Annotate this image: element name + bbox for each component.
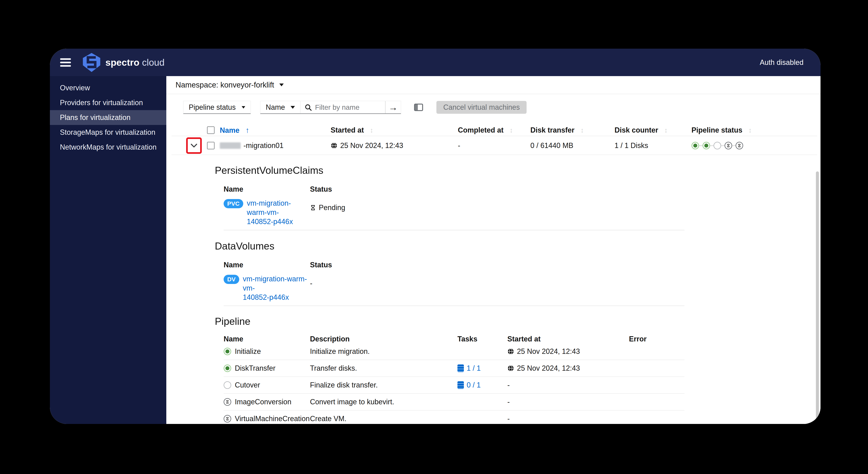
status-pending-icon <box>724 142 732 149</box>
row-checkbox[interactable] <box>207 142 215 149</box>
toolbar: Pipeline status Name <box>183 101 820 114</box>
filter-attribute-label: Name <box>266 103 285 111</box>
dv-row: DV vm-migration-warm-vm- 140852-p446x - <box>224 274 820 302</box>
pipeline-col-name: Name <box>224 335 310 343</box>
dv-col-name: Name <box>224 261 310 269</box>
pipeline-status-filter-label: Pipeline status <box>189 103 236 111</box>
brand-secondary: cloud <box>142 57 164 68</box>
step-connector <box>710 145 714 146</box>
step-connector <box>721 145 724 146</box>
pipeline-row-initialize: InitializeInitialize migration.25 Nov 20… <box>224 343 684 360</box>
status-empty-icon <box>714 142 721 149</box>
plans-table-header: Name ↑ Started at ↕ Completed at ↕ Disk … <box>166 124 820 136</box>
search-box <box>301 101 385 113</box>
dv-link[interactable]: vm-migration-warm-vm- 140852-p446x <box>243 274 310 302</box>
pvc-row: PVC vm-migration-warm-vm- 140852-p446x <box>224 199 820 226</box>
cancel-virtual-machines-button[interactable]: Cancel virtual machines <box>436 101 527 114</box>
plan-name-cell: -migration01 <box>220 141 283 150</box>
pvc-section-title: PersistentVolumeClaims <box>215 165 820 176</box>
pvc-badge: PVC <box>224 199 243 208</box>
pipeline-step-description: Create VM. <box>310 414 458 423</box>
sidebar-item-storagemaps-for-virtualization[interactable]: StorageMaps for virtualization <box>50 125 166 140</box>
pipeline-step-description: Transfer disks. <box>310 364 458 372</box>
sidebar-item-providers-for-virtualization[interactable]: Providers for virtualization <box>50 95 166 110</box>
annotation-highlight-box <box>186 137 202 154</box>
tasks-icon <box>458 381 464 389</box>
column-header-pipeline-status[interactable]: Pipeline status ↕ <box>691 126 752 134</box>
namespace-label[interactable]: Namespace: konveyor-forklift <box>176 81 274 89</box>
brand-primary: spectro <box>105 57 140 68</box>
pvc-status: Pending <box>310 199 345 217</box>
filter-attribute-select[interactable]: Name <box>260 101 301 113</box>
namespace-caret-down-icon[interactable] <box>279 83 284 86</box>
pipeline-step-name-cell: VirtualMachineCreation <box>224 414 310 423</box>
brand-logo: spectro cloud <box>83 53 164 72</box>
column-header-disk-counter[interactable]: Disk counter ↕ <box>615 126 668 134</box>
sidebar-item-overview[interactable]: Overview <box>50 80 166 95</box>
pvc-col-status: Status <box>310 185 332 194</box>
tasks-link[interactable]: 0 / 1 <box>458 381 481 389</box>
pipeline-table-body: InitializeInitialize migration.25 Nov 20… <box>224 343 684 424</box>
pipeline-step-name-cell: DiskTransfer <box>224 364 310 372</box>
pipeline-status-steps <box>691 142 743 149</box>
row-expand-toggle[interactable] <box>191 144 197 147</box>
redacted-name-prefix <box>220 142 241 149</box>
status-pending-icon <box>736 142 743 149</box>
plan-table-row: -migration01 25 Nov 2024, 12:43 - 0 / 61… <box>166 136 820 155</box>
pipeline-step-started-at: 25 Nov 2024, 12:43 <box>507 364 629 372</box>
caret-down-icon <box>242 106 245 108</box>
column-header-name[interactable]: Name ↑ <box>220 126 249 135</box>
pipeline-row-imageconversion: ImageConversionConvert image to kubevirt… <box>224 394 684 410</box>
started-at-cell: 25 Nov 2024, 12:43 <box>331 141 403 150</box>
chevron-down-icon <box>191 144 197 147</box>
dv-table: Name Status DV vm-migration-warm-vm- 140… <box>224 261 820 306</box>
plan-details-panel: PersistentVolumeClaims Name Status PVC v… <box>166 155 820 424</box>
pipeline-step-started-at: - <box>507 414 629 423</box>
sidebar-item-plans-for-virtualization[interactable]: Plans for virtualization <box>50 110 166 125</box>
status-success-core <box>693 144 697 147</box>
pipeline-status-filter-select[interactable]: Pipeline status <box>183 101 251 114</box>
globe-icon <box>507 365 514 372</box>
pipeline-step-description: Finalize disk transfer. <box>310 381 458 389</box>
pipeline-col-error: Error <box>629 335 684 343</box>
hourglass-icon <box>310 205 316 211</box>
arrow-right-icon: → <box>389 102 398 113</box>
column-header-completed-at[interactable]: Completed at ↕ <box>458 126 513 134</box>
step-connector <box>699 145 703 146</box>
status-empty-icon <box>224 381 231 389</box>
app-window: spectro cloud Auth disabled OverviewProv… <box>50 49 820 424</box>
globe-icon <box>507 348 514 355</box>
sort-icon: ↕ <box>664 126 668 134</box>
filter-by-name-input[interactable] <box>315 103 381 111</box>
column-header-started-at[interactable]: Started at ↕ <box>331 126 373 134</box>
sidebar-item-networkmaps-for-virtualization[interactable]: NetworkMaps for virtualization <box>50 140 166 155</box>
started-at-value: 25 Nov 2024, 12:43 <box>517 347 580 356</box>
sort-icon: ↕ <box>581 126 584 134</box>
status-success-icon <box>691 142 699 149</box>
pipeline-step-name: ImageConversion <box>235 398 291 406</box>
table-columns-icon <box>414 103 423 111</box>
started-at-value: 25 Nov 2024, 12:43 <box>517 364 580 372</box>
sort-icon: ↕ <box>748 126 752 134</box>
pvc-col-name: Name <box>224 185 310 194</box>
screenshot-stage: spectro cloud Auth disabled OverviewProv… <box>0 0 868 474</box>
manage-columns-button[interactable] <box>414 103 423 111</box>
disk-counter-cell: 1 / 1 Disks <box>615 141 648 150</box>
spectro-cloud-logo-icon <box>83 53 101 72</box>
tasks-count: 0 / 1 <box>467 381 481 389</box>
pipeline-step-description: Convert image to kubevirt. <box>310 398 458 406</box>
status-pending-icon <box>224 415 231 422</box>
status-success-core <box>225 366 229 370</box>
pvc-link[interactable]: vm-migration-warm-vm- 140852-p446x <box>247 199 310 226</box>
pipeline-row-cutover: CutoverFinalize disk transfer.0 / 1- <box>224 377 684 394</box>
select-all-checkbox[interactable] <box>207 126 215 134</box>
vertical-scrollbar[interactable] <box>816 171 819 420</box>
plan-name[interactable]: -migration01 <box>243 141 283 150</box>
pipeline-step-name: Cutover <box>235 381 260 389</box>
pipeline-step-description: Initialize migration. <box>310 347 458 356</box>
column-header-disk-transfer[interactable]: Disk transfer ↕ <box>530 126 584 134</box>
status-success-core <box>225 349 229 353</box>
hamburger-menu-icon[interactable] <box>60 58 71 67</box>
tasks-link[interactable]: 1 / 1 <box>458 364 481 372</box>
search-submit-button[interactable]: → <box>385 101 401 113</box>
